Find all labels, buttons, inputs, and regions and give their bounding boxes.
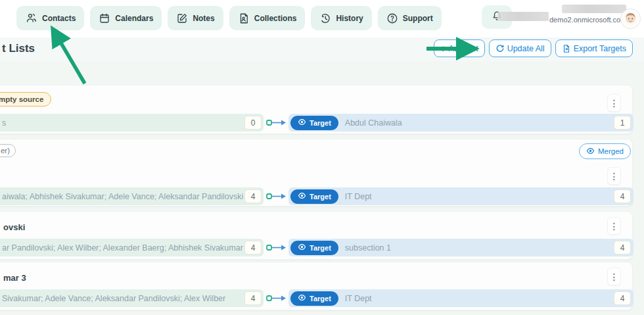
source-to-target-arrow-icon xyxy=(266,114,288,132)
view-merged-button[interactable]: Merged xyxy=(579,143,631,159)
source-target-row: aiwala; Abhishek Sivakumar; Adele Vance;… xyxy=(0,187,633,205)
source-target-row: s 0 Target Abdul Chaiwala 1 xyxy=(0,114,633,132)
target-name: IT Dept xyxy=(345,294,372,303)
target-count-badge: 4 xyxy=(614,291,631,305)
export-icon xyxy=(562,44,571,53)
eye-icon xyxy=(298,243,306,253)
nav-collections-label: Collections xyxy=(254,14,297,23)
history-icon xyxy=(319,12,331,24)
contacts-icon xyxy=(25,12,37,24)
export-targets-button[interactable]: Export Targets xyxy=(555,39,633,57)
contact-list-card: mpty source ⋮ s 0 Target Abdul Chaiwala … xyxy=(0,85,633,134)
top-navigation-bar: Contacts Calendars Notes Collections His… xyxy=(0,0,644,37)
support-icon xyxy=(386,12,398,24)
main-nav: Contacts Calendars Notes Collections His… xyxy=(16,6,442,30)
plus-icon: + xyxy=(440,43,446,53)
target-name: Abdul Chaiwala xyxy=(345,118,402,128)
add-list-button[interactable]: + Add List xyxy=(434,39,485,57)
nav-notes-label: Notes xyxy=(193,14,214,23)
list-menu-button[interactable]: ⋮ xyxy=(607,94,621,112)
contact-list-card: er) Merged ⋮ aiwala; Abhishek Sivakumar;… xyxy=(0,139,633,206)
kebab-icon: ⋮ xyxy=(610,172,619,181)
view-target-button[interactable]: Target xyxy=(290,291,338,306)
list-title: mar 3 xyxy=(3,273,26,283)
source-bar[interactable]: ar Pandilovski; Alex Wilber; Alexander B… xyxy=(0,239,264,256)
source-target-row: Sivakumar; Adele Vance; Aleksandar Pandi… xyxy=(0,289,633,307)
source-members-text: s xyxy=(0,118,244,128)
source-bar[interactable]: aiwala; Abhishek Sivakumar; Adele Vance;… xyxy=(0,187,264,205)
nav-collections-button[interactable]: Collections xyxy=(229,6,306,30)
export-targets-label: Export Targets xyxy=(574,44,626,53)
nav-contacts-label: Contacts xyxy=(42,14,76,23)
contact-list-card: mar 3 ⋮ Sivakumar; Adele Vance; Aleksand… xyxy=(0,262,633,310)
page-header: t Lists + Add List Update All Export Tar… xyxy=(0,37,644,61)
list-type-badge: er) xyxy=(0,144,16,157)
target-pill-label: Target xyxy=(310,119,331,127)
list-menu-button[interactable]: ⋮ xyxy=(607,217,621,235)
kebab-icon: ⋮ xyxy=(610,272,619,281)
list-title: ovski xyxy=(3,222,25,232)
nav-calendars-button[interactable]: Calendars xyxy=(90,6,162,30)
eye-icon xyxy=(298,118,306,128)
redacted-user-name xyxy=(497,12,549,21)
add-list-label: Add List xyxy=(448,44,478,53)
nav-calendars-label: Calendars xyxy=(115,14,153,23)
source-members-text: aiwala; Abhishek Sivakumar; Adele Vance;… xyxy=(0,192,244,201)
source-to-target-arrow-icon xyxy=(266,187,288,205)
empty-source-badge: mpty source xyxy=(0,92,51,107)
target-bar: Target IT Dept 4 xyxy=(288,187,633,205)
nav-support-label: Support xyxy=(403,14,433,23)
contact-list-card: ovski ⋮ ar Pandilovski; Alex Wilber; Ale… xyxy=(0,211,633,260)
source-to-target-arrow-icon xyxy=(266,289,288,307)
source-members-text: Sivakumar; Adele Vance; Aleksandar Pandi… xyxy=(0,294,244,303)
update-all-button[interactable]: Update All xyxy=(489,39,551,57)
target-name: subsection 1 xyxy=(345,243,391,253)
kebab-icon: ⋮ xyxy=(610,99,619,108)
target-count-badge: 4 xyxy=(614,189,631,203)
source-bar[interactable]: Sivakumar; Adele Vance; Aleksandar Pandi… xyxy=(0,289,264,307)
target-bar: Target Abdul Chaiwala 1 xyxy=(288,114,633,132)
nav-history-button[interactable]: History xyxy=(311,6,371,30)
eye-icon xyxy=(298,191,306,201)
nav-support-button[interactable]: Support xyxy=(378,6,442,30)
eye-icon xyxy=(586,147,595,157)
nav-history-label: History xyxy=(336,14,363,23)
collections-icon xyxy=(238,12,250,24)
view-target-button[interactable]: Target xyxy=(290,116,338,130)
notes-icon xyxy=(176,12,188,24)
target-name: IT Dept xyxy=(345,192,372,201)
source-count-badge: 0 xyxy=(244,116,262,130)
list-menu-button[interactable]: ⋮ xyxy=(607,268,621,285)
header-actions: + Add List Update All Export Targets xyxy=(434,39,633,57)
list-menu-button[interactable]: ⋮ xyxy=(607,167,621,185)
eye-icon xyxy=(298,293,306,303)
target-bar: Target IT Dept 4 xyxy=(288,289,633,307)
source-count-badge: 4 xyxy=(244,189,262,203)
source-bar[interactable]: s 0 xyxy=(0,114,264,132)
contact-lists-page: Contacts Calendars Notes Collections His… xyxy=(0,0,644,315)
redacted-account-name xyxy=(562,5,626,13)
kebab-icon: ⋮ xyxy=(610,222,619,231)
source-count-badge: 4 xyxy=(244,241,262,254)
target-count-badge: 4 xyxy=(614,241,631,254)
source-members-text: ar Pandilovski; Alex Wilber; Alexander B… xyxy=(0,243,244,253)
merged-badge-label: Merged xyxy=(598,147,624,155)
target-pill-label: Target xyxy=(310,295,331,303)
nav-notes-button[interactable]: Notes xyxy=(168,6,223,30)
page-title: t Lists xyxy=(2,42,35,55)
refresh-icon xyxy=(495,44,505,53)
source-to-target-arrow-icon xyxy=(266,239,288,256)
tenant-domain: demo2.onmicrosoft.com xyxy=(549,16,626,24)
source-count-badge: 4 xyxy=(244,291,262,305)
nav-contacts-button[interactable]: Contacts xyxy=(16,6,84,30)
calendar-icon xyxy=(99,12,110,24)
target-count-badge: 1 xyxy=(614,116,631,130)
target-bar: Target subsection 1 4 xyxy=(288,239,633,256)
avatar-face-image xyxy=(622,10,639,28)
target-pill-label: Target xyxy=(310,244,331,252)
user-avatar[interactable] xyxy=(620,9,641,29)
view-target-button[interactable]: Target xyxy=(290,189,338,204)
source-target-row: ar Pandilovski; Alex Wilber; Alexander B… xyxy=(0,239,633,256)
target-pill-label: Target xyxy=(310,193,331,201)
view-target-button[interactable]: Target xyxy=(290,241,338,255)
